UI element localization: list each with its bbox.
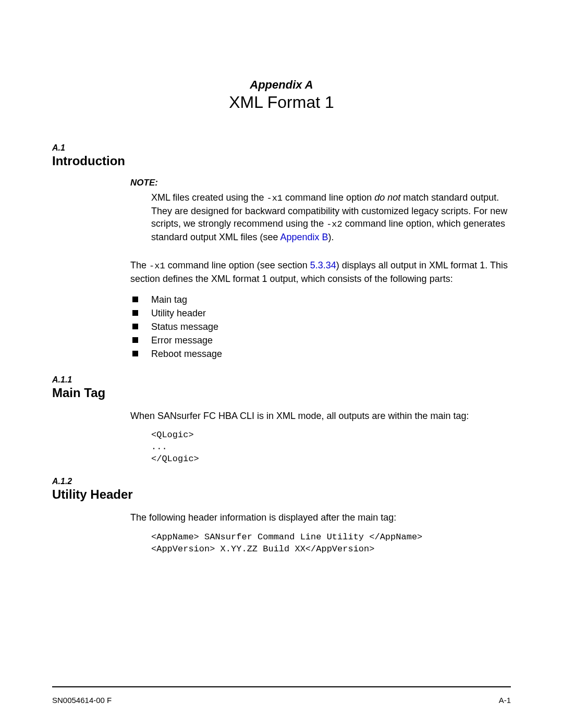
section-heading-intro: Introduction bbox=[52, 154, 511, 168]
appendix-b-link[interactable]: Appendix B bbox=[280, 232, 328, 242]
intro-text: The bbox=[130, 260, 149, 270]
maintag-code: <QLogic> ... </QLogic> bbox=[151, 429, 511, 465]
section-5-3-34-link[interactable]: 5.3.34 bbox=[310, 260, 336, 270]
list-item: Reboot message bbox=[130, 347, 511, 361]
note-text: XML files created using the bbox=[151, 192, 266, 203]
intro-content: NOTE: XML files created using the -x1 co… bbox=[130, 178, 511, 361]
list-item: Utility header bbox=[130, 306, 511, 320]
section-heading-utilheader: Utility Header bbox=[52, 487, 511, 502]
intro-text: command line option (see section bbox=[165, 260, 310, 270]
note-text: ). bbox=[328, 232, 334, 242]
footer-right: A-1 bbox=[499, 696, 511, 705]
section-heading-maintag: Main Tag bbox=[52, 386, 511, 400]
note-label: NOTE: bbox=[130, 178, 511, 188]
section-num-utilheader: A.1.2 bbox=[52, 477, 511, 486]
list-item: Main tag bbox=[130, 293, 511, 306]
page-title: XML Format 1 bbox=[52, 93, 511, 112]
section-num-maintag: A.1.1 bbox=[52, 375, 511, 385]
note-text: command line option bbox=[283, 192, 374, 203]
note-body: XML files created using the -x1 command … bbox=[151, 191, 511, 243]
appendix-label: Appendix A bbox=[52, 78, 511, 92]
code-x2: -x2 bbox=[326, 219, 342, 229]
list-item: Error message bbox=[130, 334, 511, 347]
list-item: Status message bbox=[130, 320, 511, 334]
note-emphasis: do not bbox=[374, 192, 400, 203]
code-x1: -x1 bbox=[266, 193, 283, 203]
section-num-intro: A.1 bbox=[52, 143, 511, 153]
utilheader-content: The following header information is disp… bbox=[130, 511, 511, 555]
intro-bullets: Main tag Utility header Status message E… bbox=[130, 293, 511, 361]
title-block: Appendix A XML Format 1 bbox=[52, 78, 511, 112]
footer-left: SN0054614-00 F bbox=[52, 696, 112, 705]
footer-rule bbox=[52, 686, 511, 687]
utilheader-para: The following header information is disp… bbox=[130, 511, 511, 524]
maintag-para: When SANsurfer FC HBA CLI is in XML mode… bbox=[130, 410, 511, 422]
footer: SN0054614-00 F A-1 bbox=[52, 696, 511, 705]
intro-para: The -x1 command line option (see section… bbox=[130, 259, 511, 285]
page: Appendix A XML Format 1 A.1 Introduction… bbox=[0, 0, 563, 728]
code-x1-body: -x1 bbox=[149, 261, 165, 271]
utilheader-code: <AppName> SANsurfer Command Line Utility… bbox=[151, 532, 511, 556]
maintag-content: When SANsurfer FC HBA CLI is in XML mode… bbox=[130, 410, 511, 465]
